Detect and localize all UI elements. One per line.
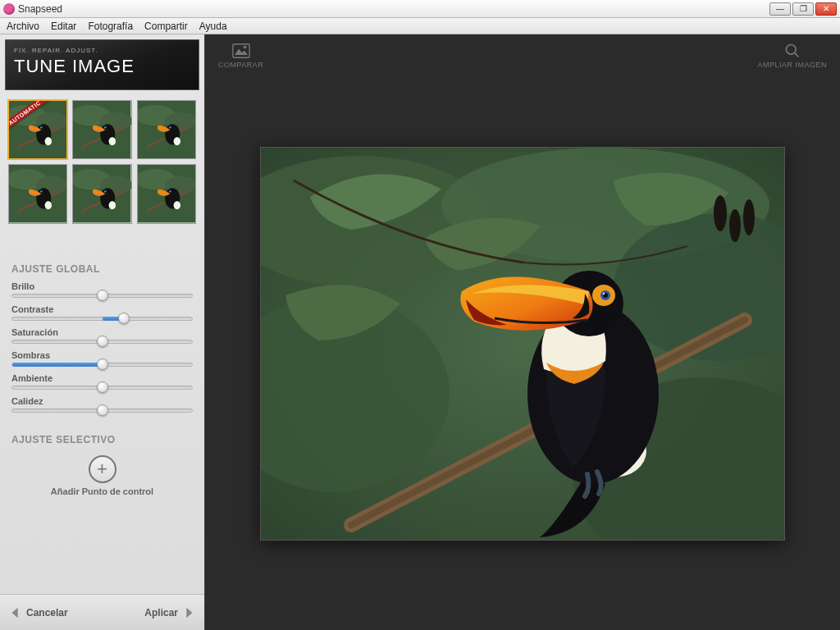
slider-brillo[interactable]: Brillo bbox=[11, 281, 193, 298]
svg-point-61 bbox=[729, 209, 741, 242]
content-toolbar: COMPARAR AMPLIAR IMAGEN bbox=[210, 39, 835, 90]
svg-point-5 bbox=[45, 137, 52, 145]
close-button[interactable]: ✕ bbox=[815, 2, 837, 16]
zoom-button[interactable]: AMPLIAR IMAGEN bbox=[757, 43, 827, 69]
svg-point-6 bbox=[40, 126, 43, 129]
slider-calidez[interactable]: Calidez bbox=[11, 396, 193, 413]
preset-grid: AUTOMATIC bbox=[0, 95, 204, 227]
plus-icon: + bbox=[97, 459, 107, 480]
svg-point-33 bbox=[109, 202, 116, 210]
svg-point-20 bbox=[169, 126, 171, 129]
back-arrow-icon bbox=[8, 605, 23, 620]
svg-point-59 bbox=[603, 293, 605, 294]
preset-3[interactable] bbox=[137, 100, 196, 159]
cancel-button[interactable]: Cancelar bbox=[8, 605, 68, 620]
preset-thumb-icon bbox=[9, 101, 66, 158]
content-area: COMPARAR AMPLIAR IMAGEN bbox=[205, 34, 840, 630]
section-selective: AJUSTE SELECTIVO bbox=[0, 422, 204, 449]
window-title: Snapseed bbox=[18, 3, 769, 15]
preset-reflection bbox=[8, 227, 196, 252]
svg-point-12 bbox=[109, 137, 116, 145]
svg-point-27 bbox=[40, 190, 43, 193]
menu-bar: Archivo Editar Fotografía Compartir Ayud… bbox=[0, 18, 840, 34]
svg-rect-42 bbox=[233, 44, 249, 58]
minimize-button[interactable]: — bbox=[769, 2, 791, 16]
main-image bbox=[261, 148, 785, 541]
svg-point-40 bbox=[173, 202, 180, 210]
app-icon bbox=[3, 3, 15, 15]
menu-compartir[interactable]: Compartir bbox=[144, 21, 188, 32]
slider-sombras[interactable]: Sombras bbox=[11, 350, 193, 367]
sidebar-footer: Cancelar Aplicar bbox=[0, 594, 204, 630]
menu-archivo[interactable]: Archivo bbox=[7, 21, 39, 32]
add-control-point-label: Añadir Punto de control bbox=[0, 486, 204, 496]
compare-icon bbox=[232, 43, 250, 59]
svg-point-34 bbox=[104, 190, 107, 193]
global-sliders: Brillo Contraste Saturación Sombras Ambi… bbox=[0, 278, 204, 422]
menu-editar[interactable]: Editar bbox=[51, 21, 76, 32]
image-canvas[interactable] bbox=[260, 147, 785, 541]
add-control-point-button[interactable]: + bbox=[89, 455, 116, 483]
apply-button[interactable]: Aplicar bbox=[144, 605, 196, 620]
svg-point-26 bbox=[45, 202, 52, 210]
preset-automatic[interactable]: AUTOMATIC bbox=[8, 100, 67, 159]
section-global: AJUSTE GLOBAL bbox=[0, 252, 204, 278]
slider-label: Contraste bbox=[11, 304, 193, 314]
compare-button[interactable]: COMPARAR bbox=[218, 43, 263, 69]
svg-point-19 bbox=[173, 137, 180, 145]
svg-point-41 bbox=[169, 190, 171, 193]
forward-arrow-icon bbox=[181, 605, 196, 620]
menu-ayuda[interactable]: Ayuda bbox=[199, 21, 227, 32]
svg-point-62 bbox=[743, 199, 755, 235]
svg-point-45 bbox=[786, 45, 796, 55]
sidebar: FIX. REPAIR. ADJUST. TUNE IMAGE AUTOMATI… bbox=[0, 34, 205, 630]
tool-subtitle: FIX. REPAIR. ADJUST. bbox=[14, 47, 190, 54]
compare-label: COMPARAR bbox=[218, 61, 263, 69]
preset-2[interactable] bbox=[72, 100, 131, 159]
slider-ambiente[interactable]: Ambiente bbox=[11, 373, 193, 390]
cancel-label: Cancelar bbox=[26, 607, 68, 619]
preset-4[interactable] bbox=[8, 164, 67, 223]
maximize-button[interactable]: ❐ bbox=[792, 2, 814, 16]
svg-point-60 bbox=[714, 195, 727, 231]
svg-point-13 bbox=[104, 126, 107, 129]
apply-label: Aplicar bbox=[144, 607, 178, 619]
preset-6[interactable] bbox=[137, 164, 196, 223]
tool-title: TUNE IMAGE bbox=[14, 56, 190, 77]
window-titlebar: Snapseed — ❐ ✕ bbox=[0, 0, 840, 18]
slider-contraste[interactable]: Contraste bbox=[11, 304, 193, 321]
svg-marker-43 bbox=[235, 49, 247, 54]
svg-line-46 bbox=[794, 53, 798, 57]
tool-header: FIX. REPAIR. ADJUST. TUNE IMAGE bbox=[5, 39, 199, 90]
svg-point-44 bbox=[244, 46, 246, 48]
zoom-label: AMPLIAR IMAGEN bbox=[757, 61, 827, 69]
preset-5[interactable] bbox=[72, 164, 131, 223]
magnifier-icon bbox=[783, 43, 801, 59]
slider-saturacion[interactable]: Saturación bbox=[11, 327, 193, 344]
menu-fotografia[interactable]: Fotografía bbox=[88, 21, 133, 32]
